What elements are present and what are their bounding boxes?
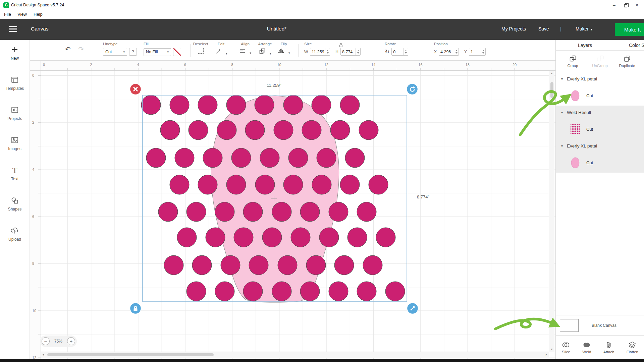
rotate-input-field[interactable] <box>392 50 403 54</box>
sidebar-item-projects[interactable]: Projects <box>0 100 30 130</box>
sidebar-item-new[interactable]: New <box>0 40 30 70</box>
flip-mirror-icon[interactable] <box>278 49 286 55</box>
position-x-stepper[interactable] <box>454 48 459 55</box>
tab-color-sync[interactable]: Color Sync <box>629 43 644 48</box>
ungroup-button[interactable]: UnGroup <box>588 55 612 68</box>
slice-button[interactable]: Slice <box>562 341 570 354</box>
menu-view[interactable]: View <box>17 12 27 17</box>
weld-button[interactable]: Weld <box>582 341 591 354</box>
deselect-marquee-icon[interactable] <box>198 48 204 54</box>
collapse-caret-icon[interactable]: ▾ <box>561 77 563 81</box>
fill-label: Fill <box>144 42 181 46</box>
ruler-h-number: 0 <box>43 63 45 67</box>
zoom-in-button[interactable]: + <box>67 337 75 345</box>
sidebar-item-label: New <box>0 56 30 61</box>
arrange-layers-icon[interactable] <box>259 50 267 56</box>
ruler-h-number: 6 <box>184 63 186 67</box>
fill-value: No Fill <box>146 50 158 54</box>
horizontal-ruler: 02468101214161820 <box>41 61 555 71</box>
rotate-stepper[interactable] <box>403 48 408 55</box>
sidebar-item-label: Upload <box>0 237 30 242</box>
linetype-dropdown[interactable]: Cut ▾ <box>103 48 127 56</box>
attach-button[interactable]: Attach <box>603 341 614 354</box>
fill-dropdown[interactable]: No Fill ▾ <box>144 48 171 56</box>
position-x-input[interactable] <box>439 48 459 56</box>
menu-help[interactable]: Help <box>34 12 43 17</box>
height-input[interactable] <box>340 48 361 56</box>
width-input-field[interactable] <box>310 50 325 54</box>
sidebar-item-shapes[interactable]: Shapes <box>0 191 30 221</box>
vertical-scrollbar[interactable]: ▴ ▾ <box>549 71 554 352</box>
layer-linetype-label: Cut <box>586 160 593 165</box>
y-axis-label: Y <box>464 50 467 54</box>
no-fill-swatch-icon[interactable] <box>173 48 181 56</box>
width-input[interactable] <box>310 48 330 56</box>
save-link[interactable]: Save <box>538 26 549 32</box>
hamburger-menu-button[interactable] <box>9 26 17 33</box>
chevron-down-icon: ▾ <box>167 50 169 54</box>
edit-wand-icon[interactable] <box>215 50 223 56</box>
position-x-field[interactable] <box>439 50 454 54</box>
collapse-caret-icon[interactable]: ▾ <box>561 144 563 148</box>
scroll-right-icon[interactable]: ▸ <box>546 353 547 356</box>
align-icon[interactable] <box>239 49 247 55</box>
chevron-down-icon: ▾ <box>250 51 251 55</box>
position-y-input[interactable] <box>469 48 486 56</box>
sidebar-item-images[interactable]: Images <box>0 130 30 161</box>
horizontal-scroll-thumb[interactable] <box>47 353 214 356</box>
layer-row-petal-1[interactable]: Cut <box>556 85 644 106</box>
position-y-field[interactable] <box>469 50 481 54</box>
size-lock-icon[interactable] <box>338 43 343 49</box>
duplicate-button[interactable]: Duplicate <box>615 55 639 68</box>
linetype-help-button[interactable]: ? <box>129 48 137 56</box>
canvas-page-label[interactable]: Canvas <box>31 26 49 32</box>
sidebar-item-text[interactable]: T Text <box>0 161 30 191</box>
rotate-icon[interactable]: ↻ <box>385 49 389 55</box>
scroll-left-icon[interactable]: ◂ <box>42 353 44 356</box>
window-restore-button[interactable] <box>620 0 631 10</box>
layer-group-header[interactable]: ▾ Everly XL petal <box>556 139 644 153</box>
petal-thumbnail <box>571 157 580 168</box>
blank-canvas-swatch[interactable] <box>560 319 579 332</box>
machine-selector[interactable]: Maker▾ <box>576 26 592 32</box>
scroll-down-icon[interactable]: ▾ <box>549 348 554 351</box>
edit-toolbar: ↶ ↷ Linetype Cut ▾ ? Fill No Fill ▾ Dese… <box>30 40 555 61</box>
blank-canvas-row[interactable]: Blank Canvas <box>556 315 644 335</box>
my-projects-link[interactable]: My Projects <box>501 26 526 32</box>
sidebar-item-upload[interactable]: Upload <box>0 221 30 251</box>
tab-layers[interactable]: Layers <box>578 43 592 48</box>
rotate-input[interactable] <box>391 48 408 56</box>
group-button[interactable]: Group <box>561 55 585 68</box>
height-stepper[interactable] <box>356 48 360 55</box>
height-input-field[interactable] <box>341 50 356 54</box>
ruler-h-number: 16 <box>418 63 422 67</box>
sidebar-item-label: Templates <box>0 86 30 91</box>
window-minimize-button[interactable]: – <box>608 0 620 10</box>
ruler-h-number: 4 <box>137 63 139 67</box>
layer-row-weld-result[interactable]: Cut <box>556 119 644 139</box>
flatten-button[interactable]: Flatten <box>627 341 638 354</box>
layer-row-petal-2[interactable]: Cut <box>556 153 644 173</box>
align-label: Align <box>236 42 254 46</box>
menu-file[interactable]: File <box>4 12 11 17</box>
position-y-stepper[interactable] <box>481 48 485 55</box>
make-it-button[interactable]: Make It <box>615 23 644 36</box>
scroll-up-icon[interactable]: ▴ <box>549 71 554 75</box>
window-close-button[interactable]: × <box>631 0 643 10</box>
size-label: Size <box>304 42 361 46</box>
canvas-grid[interactable] <box>41 71 555 359</box>
vertical-scroll-thumb[interactable] <box>550 82 553 98</box>
sidebar-item-templates[interactable]: Templates <box>0 70 30 100</box>
design-canvas-area[interactable]: 02468101214161820 024681012 − 75% + ▴ ▾ … <box>30 61 555 359</box>
horizontal-scrollbar[interactable]: ◂ ▸ <box>41 352 549 358</box>
panel-tabs: Layers Color Sync <box>556 40 644 51</box>
layer-group-header[interactable]: ▾ Weld Result <box>556 106 644 119</box>
zoom-out-button[interactable]: − <box>42 337 50 345</box>
collapse-caret-icon[interactable]: ▾ <box>561 111 563 114</box>
position-label: Position <box>434 42 486 46</box>
width-stepper[interactable] <box>325 48 330 55</box>
cricut-logo-icon: C <box>3 2 9 8</box>
undo-icon[interactable]: ↶ <box>65 46 71 53</box>
layer-group-header[interactable]: ▾ Everly XL petal <box>556 72 644 85</box>
redo-icon[interactable]: ↷ <box>78 46 84 53</box>
